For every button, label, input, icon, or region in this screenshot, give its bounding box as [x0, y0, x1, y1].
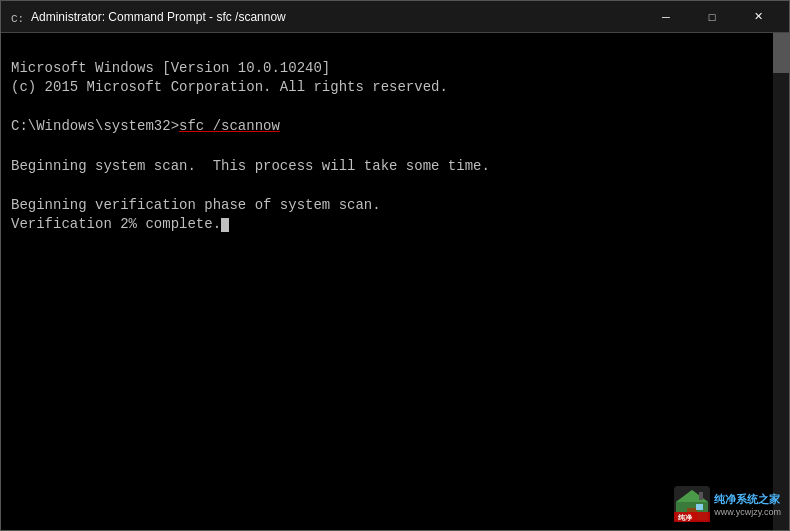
prompt: C:\Windows\system32> [11, 118, 179, 134]
copyright-line: (c) 2015 Microsoft Corporation. All righ… [11, 79, 448, 95]
verification-progress-line: Verification 2% complete. [11, 216, 229, 232]
close-button[interactable]: ✕ [735, 1, 781, 33]
svg-rect-7 [699, 492, 703, 500]
watermark: 纯净 纯净系统之家 www.ycwjzy.com [674, 486, 781, 522]
prompt-line: C:\Windows\system32>sfc /scannow [11, 118, 280, 134]
watermark-url: www.ycwjzy.com [714, 507, 781, 517]
watermark-sitename: 纯净系统之家 [714, 492, 781, 507]
watermark-icon: 纯净 [674, 486, 710, 522]
console-output: Microsoft Windows [Version 10.0.10240] (… [5, 37, 785, 257]
scrollbar-thumb[interactable] [773, 33, 789, 73]
verification-begin-line: Beginning verification phase of system s… [11, 197, 381, 213]
scrollbar[interactable] [773, 33, 789, 530]
command: sfc /scannow [179, 118, 280, 134]
title-bar: C: Administrator: Command Prompt - sfc /… [1, 1, 789, 33]
svg-text:纯净: 纯净 [678, 514, 693, 521]
svg-text:C:: C: [11, 13, 24, 25]
scan-begin-line: Beginning system scan. This process will… [11, 158, 490, 174]
cmd-window: C: Administrator: Command Prompt - sfc /… [0, 0, 790, 531]
console-area[interactable]: Microsoft Windows [Version 10.0.10240] (… [1, 33, 789, 530]
version-line: Microsoft Windows [Version 10.0.10240] [11, 60, 330, 76]
svg-rect-6 [696, 504, 703, 510]
watermark-text-block: 纯净系统之家 www.ycwjzy.com [714, 492, 781, 517]
window-title: Administrator: Command Prompt - sfc /sca… [31, 10, 643, 24]
window-icon: C: [9, 9, 25, 25]
window-controls: ─ □ ✕ [643, 1, 781, 33]
cursor [221, 218, 229, 232]
maximize-button[interactable]: □ [689, 1, 735, 33]
minimize-button[interactable]: ─ [643, 1, 689, 33]
